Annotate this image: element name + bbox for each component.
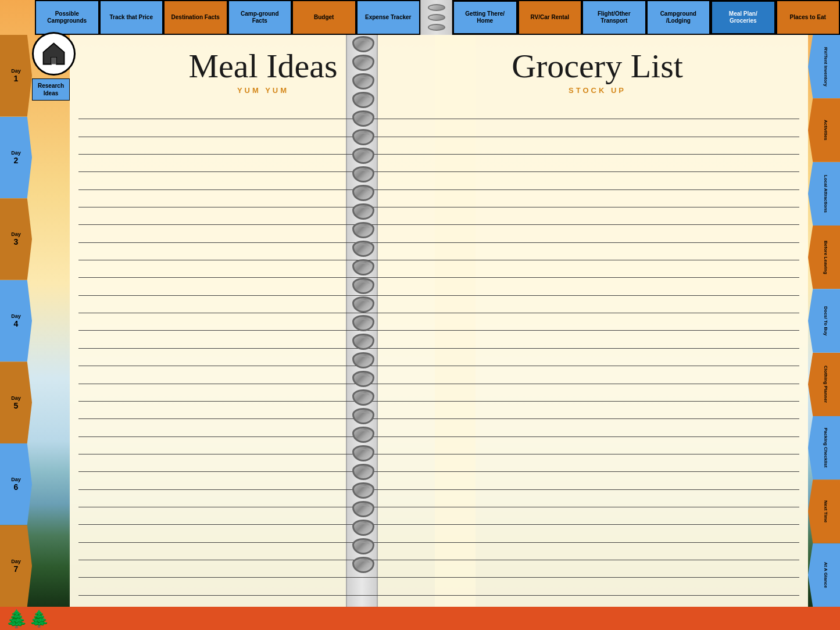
line: [389, 122, 799, 137]
line: [389, 545, 799, 560]
spiral-ring: [352, 55, 374, 71]
line: [389, 369, 799, 384]
line: [389, 581, 799, 596]
tab-rv-car-rental[interactable]: RV/Car Rental: [518, 0, 582, 35]
spiral-ring: [352, 445, 374, 461]
spiral-ring: [352, 148, 374, 164]
spiral-ring: [352, 427, 374, 443]
spiral-ring: [352, 241, 374, 257]
grocery-list-title: Grocery List: [389, 49, 805, 83]
line: [389, 104, 799, 119]
line: [389, 281, 799, 296]
spiral-ring: [352, 129, 374, 145]
line: [389, 175, 799, 190]
tree-icon-2: 🌲: [29, 609, 49, 628]
spiral-ring: [352, 464, 374, 480]
line: [389, 422, 799, 437]
top-navigation: Possible Campgrounds Track that Price De…: [35, 0, 840, 35]
right-tab-activities[interactable]: Activities: [808, 98, 840, 162]
spiral-ring: [428, 24, 445, 31]
spiral-ring: [352, 36, 374, 52]
spiral-ring: [352, 73, 374, 90]
tab-getting-there[interactable]: Getting There/ Home: [452, 0, 518, 35]
right-tab-next-time[interactable]: Next Time: [808, 479, 840, 543]
spiral-ring: [352, 389, 374, 406]
day-tab-5[interactable]: Day 5: [0, 361, 32, 443]
line: [389, 263, 799, 278]
right-tab-packing-checklist[interactable]: Packing Checklist: [808, 416, 840, 479]
spiral-ring: [352, 278, 374, 294]
spiral-ring: [352, 334, 374, 350]
spiral-ring: [352, 92, 374, 108]
day-tab-4[interactable]: Day 4: [0, 280, 32, 362]
right-page-header: Grocery List STOCK UP: [389, 38, 805, 95]
tab-destination-facts[interactable]: Destination Facts: [163, 0, 228, 35]
spiral-ring: [352, 166, 374, 182]
day-tab-3[interactable]: Day 3: [0, 198, 32, 280]
line: [389, 245, 799, 260]
day-tab-6[interactable]: Day 6: [0, 443, 32, 525]
line: [389, 316, 799, 331]
binder-top: [420, 0, 452, 35]
line: [389, 475, 799, 490]
spiral-ring: [428, 4, 445, 11]
day-tab-7[interactable]: Day 7: [0, 525, 32, 607]
day-tab-1[interactable]: Day 1: [0, 35, 32, 117]
spiral-ring: [352, 482, 374, 499]
right-tab-docs-to-buy[interactable]: Docs/ To Buy: [808, 289, 840, 352]
research-ideas-tab[interactable]: Research Ideas: [32, 78, 70, 101]
tab-places-to-eat[interactable]: Places to Eat: [776, 0, 841, 35]
right-side-tabs: RV/Tent Inventory Activities Local Attra…: [808, 35, 840, 607]
tab-possible-campgrounds[interactable]: Possible Campgrounds: [35, 0, 99, 35]
spiral-ring: [352, 501, 374, 517]
line: [389, 139, 799, 155]
tab-meal-plan[interactable]: Meal Plan/ Groceries: [710, 0, 776, 35]
spiral-ring: [352, 222, 374, 238]
spiral-ring: [352, 185, 374, 201]
line: [389, 351, 799, 366]
tab-campground-lodging[interactable]: Campground /Lodging: [646, 0, 711, 35]
tree-icon-1: 🌲: [6, 608, 27, 629]
grocery-list-subtitle: STOCK UP: [389, 86, 805, 95]
left-day-tabs: Day 1 Day 2 Day 3 Day 4 Day 5 Day 6 Day …: [0, 35, 32, 607]
line: [389, 439, 799, 454]
right-tab-before-leaving[interactable]: Before Leaving: [808, 225, 840, 289]
spiral-ring: [428, 14, 445, 21]
line: [389, 298, 799, 313]
spiral-ring: [352, 408, 374, 424]
spiral-ring: [352, 259, 374, 275]
spiral-ring: [352, 110, 374, 127]
line: [389, 228, 799, 243]
spiral-binder: [349, 35, 378, 630]
spiral-ring: [352, 203, 374, 220]
line: [389, 457, 799, 472]
home-button[interactable]: [32, 32, 76, 76]
spiral-ring: [352, 352, 374, 368]
spiral-ring: [352, 520, 374, 536]
tab-flight-transport[interactable]: Flight/Other Transport: [582, 0, 646, 35]
right-page-lines: [384, 99, 805, 601]
spiral-ring: [352, 315, 374, 331]
day-tab-2[interactable]: Day 2: [0, 117, 32, 199]
line: [389, 563, 799, 578]
line: [389, 404, 799, 419]
tab-track-price[interactable]: Track that Price: [99, 0, 164, 35]
tab-budget[interactable]: Budget: [292, 0, 356, 35]
spiral-ring: [352, 296, 374, 313]
line: [389, 386, 799, 402]
line: [389, 192, 799, 207]
home-icon-area: [32, 32, 78, 78]
line: [389, 334, 799, 349]
home-icon: [41, 41, 67, 67]
right-tab-at-a-glance[interactable]: At A Glance: [808, 543, 840, 607]
right-tab-rv-tent[interactable]: RV/Tent Inventory: [808, 35, 840, 98]
right-tab-local-attractions[interactable]: Local Attractions: [808, 162, 840, 225]
line: [389, 492, 799, 507]
tab-expense-tracker[interactable]: Expense Tracker: [356, 0, 421, 35]
right-tab-clothing-planner[interactable]: Clothing Planner: [808, 353, 840, 416]
spiral-ring: [352, 557, 374, 573]
spiral-ring: [352, 371, 374, 387]
tab-campground-facts[interactable]: Camp-ground Facts: [228, 0, 292, 35]
svg-rect-0: [51, 58, 56, 65]
line: [389, 528, 799, 543]
